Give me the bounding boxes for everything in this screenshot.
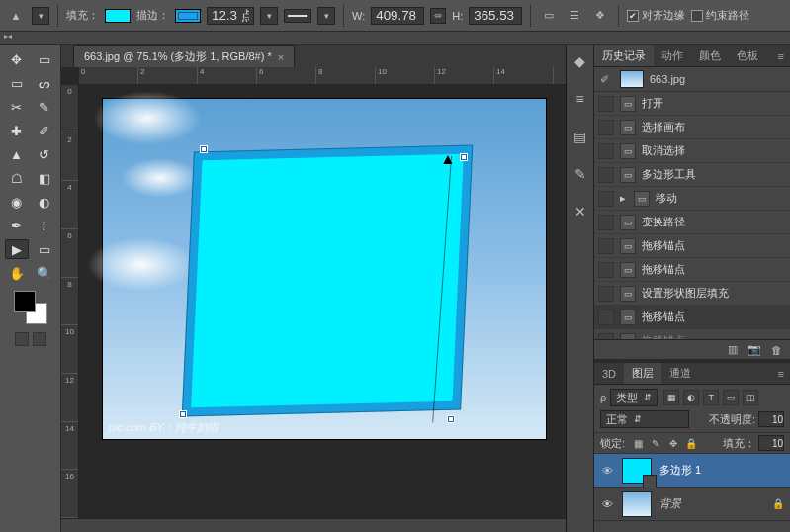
history-item[interactable]: ▭拖移锚点 — [594, 258, 790, 282]
options-expand-bar[interactable]: ▸◂ — [0, 32, 790, 45]
panel-icon[interactable]: ✕ — [571, 202, 590, 222]
history-item[interactable]: ▭拖移锚点 — [594, 306, 790, 329]
history-item[interactable]: ▭选择画布 — [594, 116, 790, 139]
stroke-width-field[interactable] — [207, 7, 254, 25]
history-brush-tool[interactable]: ↺ — [33, 144, 56, 164]
move-tool[interactable]: ✥ — [5, 49, 29, 69]
panel-icon[interactable]: ◆ — [571, 51, 590, 71]
crop-tool[interactable]: ✂ — [5, 97, 29, 117]
fill-opacity-field[interactable] — [758, 435, 784, 451]
filter-pixel-icon[interactable]: ▦ — [663, 390, 679, 405]
stamp-tool[interactable]: ▲ — [5, 144, 29, 164]
layer-name[interactable]: 背景 — [659, 496, 764, 511]
new-doc-from-state-icon[interactable]: ▥ — [728, 343, 738, 356]
anchor-handle[interactable] — [448, 416, 454, 422]
tab-swatches[interactable]: 色板 — [729, 45, 766, 66]
history-item[interactable]: ▸▭移动 — [594, 187, 790, 211]
filter-shape-icon[interactable]: ▭ — [723, 390, 739, 405]
healing-tool[interactable]: ✚ — [5, 121, 29, 140]
history-snapshot-row[interactable]: ✐ 663.jpg — [594, 67, 790, 92]
quickmask-screenmode[interactable] — [15, 332, 46, 346]
history-item[interactable]: ▭打开 — [594, 92, 790, 116]
document-tab[interactable]: 663.jpg @ 75.1% (多边形 1, RGB/8#) *× — [73, 45, 295, 67]
dodge-tool[interactable]: ◐ — [33, 192, 56, 212]
tab-actions[interactable]: 动作 — [654, 45, 691, 66]
history-item[interactable]: ▭多边形工具 — [594, 163, 790, 187]
tool-preset-dropdown[interactable] — [32, 7, 49, 25]
filter-type-icon[interactable]: T — [703, 390, 719, 405]
lock-position-icon[interactable]: ✥ — [666, 436, 680, 450]
lock-image-icon[interactable]: ✎ — [649, 436, 662, 450]
panel-icon[interactable]: ✎ — [571, 164, 590, 184]
tab-channels[interactable]: 通道 — [661, 363, 699, 384]
visibility-icon[interactable]: 👁 — [600, 465, 614, 477]
tab-color[interactable]: 颜色 — [691, 45, 729, 66]
foreground-background-swatch[interactable] — [14, 291, 47, 324]
layer-row[interactable]: 👁背景🔒 — [594, 488, 790, 521]
marquee-tool[interactable]: ▭ — [5, 73, 29, 93]
canvas-viewport[interactable]: ▲ pic.com BY：纯牛奶啦 — [79, 85, 566, 518]
history-panel-tabs: 历史记录 动作 颜色 色板 ≡ — [594, 45, 790, 67]
eyedropper-tool[interactable]: ✎ — [33, 97, 56, 117]
stroke-swatch[interactable] — [175, 9, 201, 23]
zoom-tool[interactable]: 🔍 — [33, 263, 56, 283]
eraser-tool[interactable]: ☖ — [5, 168, 29, 188]
path-select-tool[interactable]: ▶ — [5, 239, 29, 259]
history-item[interactable]: ▭设置形状图层填充 — [594, 282, 790, 306]
type-tool[interactable]: T — [33, 216, 56, 235]
lock-all-icon[interactable]: 🔒 — [684, 436, 698, 450]
tab-history[interactable]: 历史记录 — [594, 45, 654, 66]
layer-filter-kind-dropdown[interactable]: 类型 — [610, 389, 658, 406]
polygon-shape[interactable] — [182, 145, 474, 417]
search-icon[interactable]: ρ — [600, 392, 606, 403]
stroke-width-dropdown[interactable] — [260, 7, 278, 25]
anchor-handle[interactable] — [180, 411, 186, 417]
delete-icon[interactable]: 🗑 — [771, 344, 782, 356]
hand-tool[interactable]: ✋ — [5, 263, 29, 283]
lock-transparent-icon[interactable]: ▦ — [631, 436, 645, 450]
filter-adjust-icon[interactable]: ◐ — [683, 390, 699, 405]
anchor-handle[interactable] — [461, 154, 467, 160]
stroke-style-dropdown[interactable] — [284, 9, 311, 23]
blend-mode-dropdown[interactable]: 正常 — [600, 410, 689, 428]
snapshot-icon[interactable]: 📷 — [747, 343, 761, 356]
history-item[interactable]: ▭拖移锚点 — [594, 234, 790, 258]
history-list[interactable]: ▭打开▭选择画布▭取消选择▭多边形工具▸▭移动▭变换路径▭拖移锚点▭拖移锚点▭设… — [594, 92, 790, 339]
constrain-path-checkbox[interactable]: 约束路径 — [691, 8, 749, 23]
width-field[interactable] — [371, 7, 424, 25]
blur-tool[interactable]: ◉ — [5, 192, 29, 212]
panel-icon[interactable]: ≡ — [571, 89, 590, 109]
gradient-tool[interactable]: ◧ — [33, 168, 56, 188]
path-arrange-icon[interactable]: ❖ — [590, 6, 610, 26]
history-item[interactable]: ▭变换路径 — [594, 211, 790, 234]
fill-swatch[interactable] — [105, 9, 131, 23]
right-panel-group: 历史记录 动作 颜色 色板 ≡ ✐ 663.jpg ▭打开▭选择画布▭取消选择▭… — [594, 45, 790, 532]
tab-layers[interactable]: 图层 — [624, 363, 661, 384]
height-field[interactable] — [469, 7, 522, 25]
brush-tool[interactable]: ✐ — [33, 121, 56, 140]
path-ops-icon[interactable]: ▭ — [539, 6, 559, 26]
tab-3d[interactable]: 3D — [594, 365, 624, 383]
visibility-icon[interactable]: 👁 — [600, 498, 614, 510]
filter-smart-icon[interactable]: ◫ — [743, 390, 758, 405]
panel-menu-icon[interactable]: ≡ — [772, 368, 790, 380]
stroke-style-dd[interactable] — [317, 7, 335, 25]
lasso-tool[interactable]: ᔕ — [33, 73, 56, 93]
layer-list[interactable]: 👁多边形 1👁背景🔒 — [594, 454, 790, 521]
history-item[interactable]: ▭拖移锚点 — [594, 329, 790, 339]
close-icon[interactable]: × — [278, 51, 284, 63]
anchor-handle[interactable] — [201, 146, 207, 152]
layer-name[interactable]: 多边形 1 — [659, 463, 784, 478]
opacity-field[interactable] — [758, 411, 784, 427]
canvas[interactable]: ▲ pic.com BY：纯牛奶啦 — [103, 99, 546, 439]
artboard-tool[interactable]: ▭ — [33, 49, 56, 69]
link-wh-icon[interactable]: ⬄ — [430, 8, 446, 24]
panel-icon[interactable]: ▤ — [571, 127, 590, 146]
panel-menu-icon[interactable]: ≡ — [772, 50, 790, 62]
history-item[interactable]: ▭取消选择 — [594, 139, 790, 163]
layer-row[interactable]: 👁多边形 1 — [594, 454, 790, 488]
pen-tool[interactable]: ✒ — [5, 216, 29, 235]
shape-tool[interactable]: ▭ — [33, 239, 56, 259]
path-align-icon[interactable]: ☰ — [565, 6, 584, 26]
align-edges-checkbox[interactable]: ✔对齐边缘 — [627, 8, 685, 23]
